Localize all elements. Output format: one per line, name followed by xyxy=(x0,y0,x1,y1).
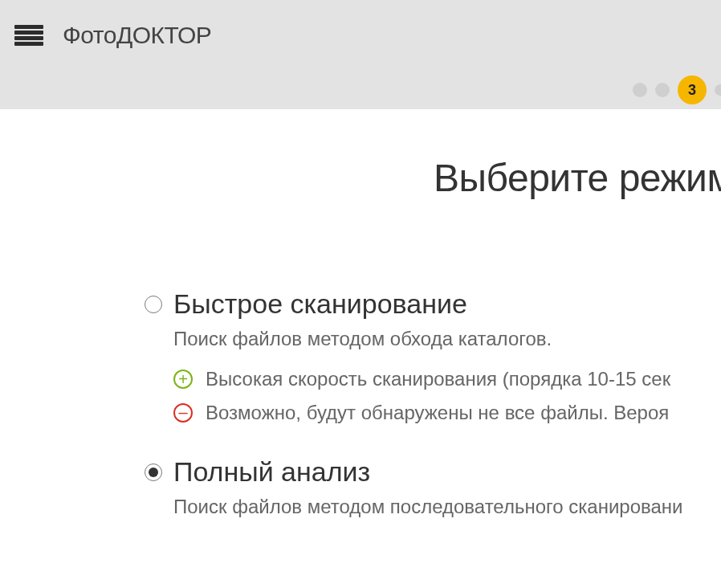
page-title: Выберите режим xyxy=(0,156,721,200)
option-desc: Поиск файлов методом последовательного с… xyxy=(145,496,721,518)
option-head[interactable]: Полный анализ xyxy=(145,456,721,488)
bullet-text: Возможно, будут обнаружены не все файлы.… xyxy=(206,402,669,424)
app-header: ФотоДОКТОР xyxy=(0,0,721,71)
step-active-label: 3 xyxy=(688,82,696,99)
option-label: Полный анализ xyxy=(173,456,370,488)
options-group: Быстрое сканирование Поиск файлов методо… xyxy=(0,288,721,518)
option-quick-scan: Быстрое сканирование Поиск файлов методо… xyxy=(145,288,721,424)
main-content: Выберите режим Быстрое сканирование Поис… xyxy=(0,109,721,518)
option-head[interactable]: Быстрое сканирование xyxy=(145,288,721,320)
option-bullets: + Высокая скорость сканирования (порядка… xyxy=(145,368,721,424)
bullet-pro: + Высокая скорость сканирования (порядка… xyxy=(173,368,721,390)
step-dot-2[interactable] xyxy=(655,83,670,97)
option-label: Быстрое сканирование xyxy=(173,288,467,320)
plus-icon: + xyxy=(173,370,193,389)
radio-quick-scan[interactable] xyxy=(145,296,162,313)
app-title: ФотоДОКТОР xyxy=(63,22,211,49)
step-dot-1[interactable] xyxy=(633,83,647,97)
option-full-analysis: Полный анализ Поиск файлов методом после… xyxy=(145,456,721,518)
step-indicator: 3 xyxy=(0,71,721,109)
menu-icon[interactable] xyxy=(14,25,43,46)
app-title-suffix: ДОКТОР xyxy=(116,22,211,48)
bullet-con: – Возможно, будут обнаружены не все файл… xyxy=(173,402,721,424)
step-dot-4[interactable] xyxy=(715,84,721,96)
option-desc: Поиск файлов методом обхода каталогов. xyxy=(145,328,721,350)
app-title-prefix: Фото xyxy=(63,22,116,48)
minus-icon: – xyxy=(173,403,193,423)
bullet-text: Высокая скорость сканирования (порядка 1… xyxy=(206,368,670,390)
radio-full-analysis[interactable] xyxy=(145,463,162,481)
step-dot-3[interactable]: 3 xyxy=(678,76,707,104)
